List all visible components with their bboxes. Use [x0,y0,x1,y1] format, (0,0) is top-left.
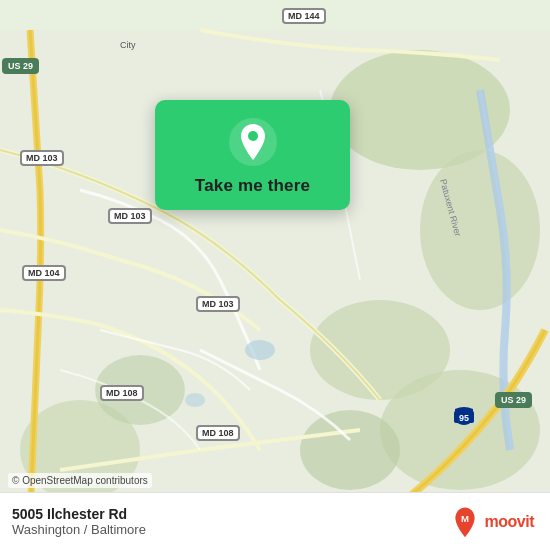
road-badge-md103-1: MD 103 [20,150,64,166]
road-badge-us29-2: US 29 [495,392,532,408]
road-badge-md104: MD 104 [22,265,66,281]
road-badge-md108-2: MD 108 [196,425,240,441]
svg-text:95: 95 [459,413,469,423]
city-line: Washington / Baltimore [12,522,146,537]
moovit-logo[interactable]: M moovit [449,506,534,538]
svg-text:M: M [461,513,469,524]
svg-point-10 [245,340,275,360]
address-block: 5005 Ilchester Rd Washington / Baltimore [12,506,146,537]
svg-point-5 [300,410,400,490]
road-badge-i95: 95 [453,405,475,433]
map-container: Patuxent River City MD 103 MD 103 MD 103… [0,0,550,550]
road-badge-md144: MD 144 [282,8,326,24]
popup-label: Take me there [195,176,310,196]
road-badge-md103-2: MD 103 [108,208,152,224]
svg-point-11 [185,393,205,407]
copyright-text: © OpenStreetMap contributors [8,473,152,488]
road-badge-md108-1: MD 108 [100,385,144,401]
address-line: 5005 Ilchester Rd [12,506,146,522]
location-pin-icon [229,118,277,166]
map-svg: Patuxent River City [0,0,550,550]
svg-point-15 [248,131,258,141]
moovit-icon: M [449,506,481,538]
svg-point-2 [420,150,540,310]
bottom-bar: 5005 Ilchester Rd Washington / Baltimore… [0,492,550,550]
svg-text:City: City [120,40,136,50]
road-badge-us29-1: US 29 [2,58,39,74]
popup-card[interactable]: Take me there [155,100,350,210]
road-badge-md103-3: MD 103 [196,296,240,312]
moovit-text: moovit [485,513,534,531]
